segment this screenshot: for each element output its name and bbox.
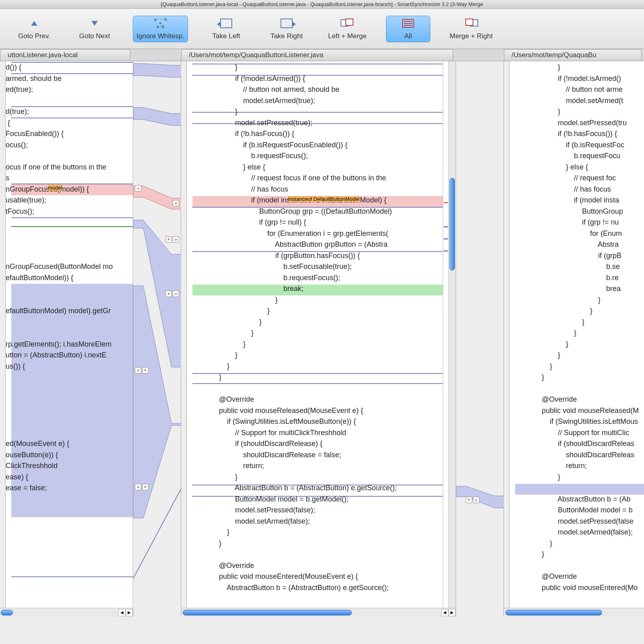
all-label: All xyxy=(405,32,412,40)
take-left-button[interactable]: Take Left xyxy=(204,16,248,42)
merge-right-icon xyxy=(464,18,479,29)
take-left-icon xyxy=(219,18,233,29)
take-right-icon xyxy=(279,18,294,29)
goto-prev-button[interactable]: Goto Prev. xyxy=(12,16,56,42)
mid-code[interactable]: } if (!model.isArmed()) { // button not … xyxy=(187,61,456,593)
merge-right-button[interactable]: Merge + Right xyxy=(446,16,496,42)
goto-prev-label: Goto Prev. xyxy=(18,32,50,40)
goto-next-label: Goto Next xyxy=(79,32,110,40)
scroll-left-icon[interactable]: ◀ xyxy=(118,609,126,616)
left-file-tab[interactable]: uttonListener.java-local xyxy=(0,49,130,61)
mid-hscroll[interactable]: ◀ ▶ xyxy=(181,608,456,617)
svg-marker-1 xyxy=(133,107,182,126)
right-connector: ×« xyxy=(456,61,504,617)
mid-panel: } if (!model.isArmed()) { // button not … xyxy=(181,61,456,617)
reject-btn[interactable]: × xyxy=(466,497,472,503)
ignore-whitespace-button[interactable]: a···b = a·b Ignore Whitesp. xyxy=(133,16,188,42)
pull-left-btn[interactable]: « xyxy=(173,200,179,206)
scroll-left-icon[interactable]: ◀ xyxy=(441,609,448,616)
reject-btn[interactable]: × xyxy=(142,367,149,374)
arrow-up-icon xyxy=(27,18,41,29)
push-right-btn[interactable]: » xyxy=(135,367,141,374)
take-right-label: Take Right xyxy=(270,32,303,40)
all-icon xyxy=(401,18,415,29)
right-code[interactable]: } if (!model.isArmed() // button not arm… xyxy=(510,61,644,593)
merge-view: d()) { armed, should be ed(true); d(true… xyxy=(0,61,644,617)
mid-overview[interactable] xyxy=(443,61,448,608)
right-hscroll[interactable] xyxy=(504,608,644,617)
right-panel: } if (!model.isArmed() // button not arm… xyxy=(504,61,644,617)
ignore-ws-label: Ignore Whitesp. xyxy=(136,32,184,40)
merge-right-label: Merge + Right xyxy=(450,32,493,40)
svg-marker-6 xyxy=(456,486,504,508)
reject-btn[interactable]: × xyxy=(165,236,172,243)
left-connector: » « ×« ×« »× »× xyxy=(133,61,181,617)
pull-left-btn[interactable]: « xyxy=(173,291,179,297)
left-panel: d()) { armed, should be ed(true); d(true… xyxy=(0,61,133,617)
inline-diff-left: model xyxy=(48,185,62,191)
left-code[interactable]: d()) { armed, should be ed(true); d(true… xyxy=(6,61,133,494)
reject-btn[interactable]: × xyxy=(165,291,172,297)
ab-equals-icon: a···b = a·b xyxy=(153,18,168,29)
right-file-tab[interactable]: /Users/mot/temp/QuaquaBu xyxy=(504,49,642,61)
scroll-right-icon[interactable]: ▶ xyxy=(448,609,456,616)
mid-vscroll[interactable] xyxy=(448,61,456,608)
left-gutter xyxy=(0,61,6,617)
left-hscroll[interactable]: ◀ ▶ xyxy=(0,608,133,617)
inline-diff-mid: instanceof DefaultButtonModel xyxy=(288,196,359,202)
toolbar: Goto Prev. Goto Next a···b = a·b Ignore … xyxy=(0,9,644,49)
window-title: [QuaquaButtonListener.java-local - Quaqu… xyxy=(0,0,644,9)
push-right-btn[interactable]: » xyxy=(135,185,141,192)
left-merge-label: Left + Merge xyxy=(328,32,367,40)
take-right-button[interactable]: Take Right xyxy=(264,16,309,42)
reject-btn[interactable]: × xyxy=(142,484,149,490)
right-gutter xyxy=(504,61,510,617)
mid-gutter xyxy=(181,61,187,617)
left-merge-button[interactable]: Left + Merge xyxy=(325,16,370,42)
goto-next-button[interactable]: Goto Next xyxy=(72,16,117,42)
mid-file-tab[interactable]: /Users/mot/temp/QuaquaButtonListener.jav… xyxy=(181,49,453,61)
take-left-label: Take Left xyxy=(213,32,240,40)
pull-left-btn[interactable]: « xyxy=(473,497,479,503)
scroll-right-icon[interactable]: ▶ xyxy=(126,609,133,616)
arrow-down-icon xyxy=(87,18,102,29)
svg-marker-0 xyxy=(133,64,182,77)
left-merge-icon xyxy=(340,18,355,29)
path-bar: uttonListener.java-local /Users/mot/temp… xyxy=(0,49,644,61)
pull-left-btn[interactable]: « xyxy=(173,236,179,243)
push-right-btn[interactable]: » xyxy=(135,484,141,490)
all-button[interactable]: All xyxy=(386,16,430,42)
